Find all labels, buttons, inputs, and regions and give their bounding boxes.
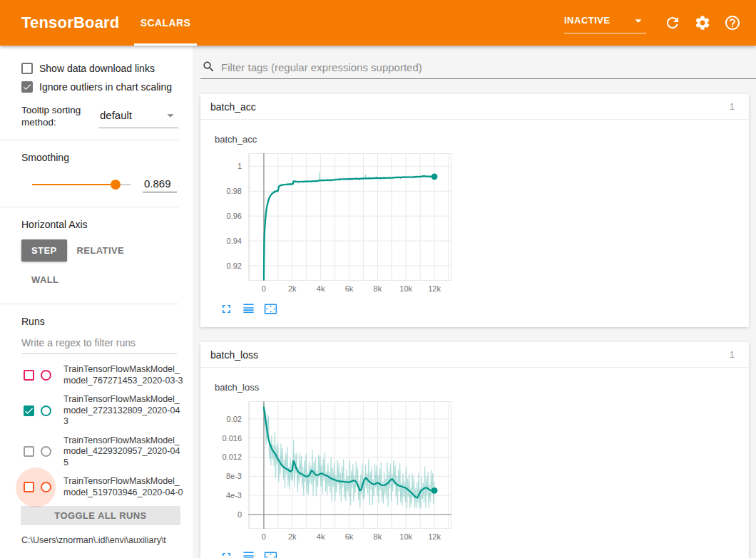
chart-toolbar bbox=[215, 302, 749, 316]
tooltip-sorting-value: default bbox=[100, 109, 132, 121]
refresh-icon[interactable] bbox=[664, 14, 681, 31]
app-title: TensorBoard bbox=[21, 14, 119, 32]
chevron-down-icon bbox=[630, 13, 646, 29]
fullscreen-icon[interactable] bbox=[220, 550, 233, 558]
header-actions: INACTIVE bbox=[564, 13, 756, 33]
reorder-lines-icon[interactable] bbox=[242, 550, 255, 558]
card-header[interactable]: batch_loss 1 bbox=[200, 342, 749, 368]
fit-domain-icon[interactable] bbox=[264, 550, 277, 558]
card-title: batch_acc bbox=[210, 101, 256, 113]
run-isolator-radio[interactable] bbox=[41, 405, 51, 416]
smoothing-label: Smoothing bbox=[21, 152, 193, 163]
x-axis-labels: 02k4k6k8k10k12k bbox=[248, 284, 451, 295]
chevron-down-icon bbox=[163, 108, 178, 123]
tag-filter-input[interactable] bbox=[221, 61, 756, 73]
run-isolator-radio[interactable] bbox=[41, 446, 51, 457]
runs-filter-input[interactable] bbox=[21, 336, 177, 354]
smoothing-value-field[interactable] bbox=[143, 176, 177, 192]
tooltip-sorting-dropdown[interactable]: default bbox=[98, 104, 178, 128]
run-name: TrainTensorFlowMaskModel_model_272313280… bbox=[63, 394, 185, 428]
run-name: TrainTensorFlowMaskModel_model_519703946… bbox=[63, 476, 185, 498]
run-checkbox[interactable] bbox=[24, 370, 34, 381]
run-row: TrainTensorFlowMaskModel_model_519703946… bbox=[24, 476, 193, 498]
logdir-path: C:\Users\znorman\.idl\envi\auxiliary\t bbox=[21, 535, 183, 545]
fit-domain-icon[interactable] bbox=[264, 302, 277, 316]
help-icon[interactable] bbox=[724, 14, 741, 31]
x-axis-labels: 02k4k6k8k10k12k bbox=[248, 532, 451, 543]
data-status-label: INACTIVE bbox=[564, 15, 611, 26]
run-name: TrainTensorFlowMaskModel_model_767271453… bbox=[63, 364, 185, 386]
ignore-outliers-label: Ignore outliers in chart scaling bbox=[39, 81, 172, 93]
axis-step-button[interactable]: STEP bbox=[21, 239, 67, 262]
run-row: TrainTensorFlowMaskModel_model_272313280… bbox=[24, 394, 193, 428]
card-title: batch_loss bbox=[210, 349, 258, 361]
slider-thumb[interactable] bbox=[111, 180, 121, 190]
y-axis-labels: 0.920.940.960.981 bbox=[215, 153, 248, 281]
fullscreen-icon[interactable] bbox=[220, 302, 233, 316]
runs-label: Runs bbox=[21, 316, 193, 327]
run-row: TrainTensorFlowMaskModel_model_422932095… bbox=[24, 435, 193, 469]
run-name: TrainTensorFlowMaskModel_model_422932095… bbox=[63, 435, 185, 469]
data-status-dropdown[interactable]: INACTIVE bbox=[564, 13, 646, 33]
card-header[interactable]: batch_acc 1 bbox=[200, 94, 749, 120]
runs-list: TrainTensorFlowMaskModel_model_767271453… bbox=[0, 364, 193, 498]
reorder-lines-icon[interactable] bbox=[242, 302, 255, 316]
tensorboard-app: TensorBoard SCALARS INACTIVE Show data d… bbox=[0, 0, 756, 558]
tab-active-indicator bbox=[134, 43, 197, 46]
card-run-count: 1 bbox=[730, 349, 735, 360]
chart-title: batch_acc bbox=[215, 134, 749, 145]
chart-canvas[interactable] bbox=[248, 401, 451, 529]
run-isolator-radio[interactable] bbox=[41, 370, 51, 381]
show-download-links-label: Show data download links bbox=[39, 63, 155, 74]
settings-sidebar: Show data download links Ignore outliers… bbox=[0, 46, 193, 558]
tab-scalars-label: SCALARS bbox=[141, 17, 190, 29]
axis-relative-button[interactable]: RELATIVE bbox=[67, 239, 135, 262]
gear-icon[interactable] bbox=[694, 14, 711, 31]
run-checkbox[interactable] bbox=[24, 446, 34, 457]
run-checkbox[interactable] bbox=[24, 482, 34, 492]
smoothing-slider[interactable] bbox=[32, 180, 131, 190]
horizontal-axis-label: Horizontal Axis bbox=[21, 219, 193, 230]
slider-fill bbox=[32, 184, 116, 185]
toggle-all-runs-button[interactable]: TOGGLE ALL RUNS bbox=[21, 506, 180, 525]
run-checkbox[interactable] bbox=[24, 405, 34, 416]
axis-wall-button[interactable]: WALL bbox=[21, 269, 68, 291]
show-download-links-checkbox[interactable] bbox=[21, 63, 33, 74]
search-icon bbox=[202, 60, 215, 73]
app-header: TensorBoard SCALARS INACTIVE bbox=[0, 0, 756, 46]
run-isolator-radio[interactable] bbox=[41, 482, 51, 492]
chart-title: batch_loss bbox=[215, 382, 749, 393]
tag-card-batch-loss: batch_loss 1 batch_loss 04e-38e-30.0120.… bbox=[200, 342, 749, 558]
tooltip-sorting-label: Tooltip sorting method: bbox=[21, 104, 98, 128]
ignore-outliers-checkbox[interactable] bbox=[21, 81, 33, 93]
tag-filter-bar bbox=[200, 60, 756, 79]
card-run-count: 1 bbox=[730, 101, 735, 112]
tag-card-batch-acc: batch_acc 1 batch_acc 0.920.940.960.981 … bbox=[200, 94, 749, 327]
chart-toolbar bbox=[215, 550, 749, 558]
y-axis-labels: 04e-38e-30.0120.0160.02 bbox=[215, 401, 248, 529]
tab-scalars[interactable]: SCALARS bbox=[134, 0, 197, 46]
chart-canvas[interactable] bbox=[248, 153, 451, 281]
run-row: TrainTensorFlowMaskModel_model_767271453… bbox=[24, 364, 193, 386]
dashboard-main: batch_acc 1 batch_acc 0.920.940.960.981 … bbox=[193, 46, 756, 558]
